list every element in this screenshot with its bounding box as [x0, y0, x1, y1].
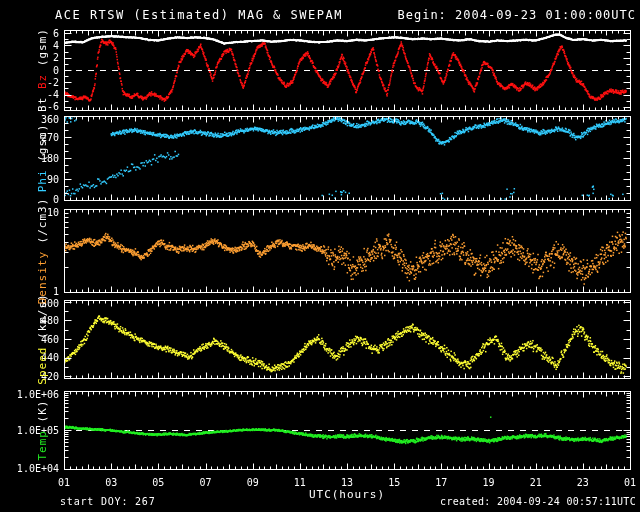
begin-timestamp: Begin: 2004-09-23 01:00:00UTC [397, 8, 636, 22]
x-axis-label: UTC(hours) [309, 488, 385, 501]
y-axis-label-part: Speed [36, 347, 49, 385]
ace-rtsw-plot: ACE RTSW (Estimated) MAG & SWEPAM Begin:… [0, 0, 640, 512]
y-axis-label-part: Bz [36, 74, 49, 97]
start-doy-label: start DOY: 267 [60, 496, 156, 507]
y-axis-label-part: Temp [36, 430, 49, 461]
y-axis-label-phi: Phi (gsm) [36, 124, 49, 193]
y-axis-label-part: (K) [36, 400, 49, 431]
y-axis-label-density: Density (/cm3) [36, 197, 49, 304]
y-axis-label-part: (gsm) [36, 124, 49, 170]
y-axis-label-speed: Speed (km/s) [36, 293, 49, 384]
y-axis-label-part: Bt [36, 97, 49, 112]
y-axis-label-mag: Bt Bz (gsm) [36, 28, 49, 112]
chart-title: ACE RTSW (Estimated) MAG & SWEPAM [55, 8, 343, 22]
y-axis-label-part: (/cm3) [36, 197, 49, 250]
y-axis-label-part: Phi [36, 169, 49, 192]
y-axis-label-part: (km/s) [36, 293, 49, 346]
y-axis-label-part: (gsm) [36, 28, 49, 74]
chart-canvas [0, 0, 640, 512]
created-timestamp: created: 2004-09-24 00:57:11UTC [440, 496, 636, 507]
y-axis-label-temp: Temp (K) [36, 400, 49, 461]
